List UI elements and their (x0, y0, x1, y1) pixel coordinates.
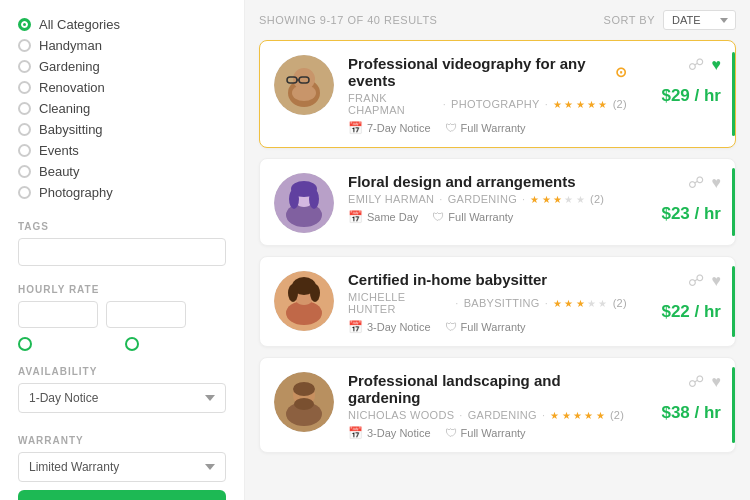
warranty-badge: 🛡 Full Warranty (445, 426, 526, 440)
filter-button[interactable]: Filter (18, 490, 226, 500)
radio-circle (18, 186, 31, 199)
category-tag: GARDENING (468, 409, 537, 421)
category-item-handyman[interactable]: Handyman (18, 35, 226, 56)
category-item-cleaning[interactable]: Cleaning (18, 98, 226, 119)
meta-dot2: · (522, 193, 525, 205)
tags-label: TAGS (18, 221, 226, 232)
listing-card: Certified in-home babysitter MICHELLE HU… (259, 256, 736, 347)
heart-icon[interactable]: ♥ (712, 56, 722, 74)
card-badges: 📅 7-Day Notice 🛡 Full Warranty (348, 121, 627, 135)
message-icon[interactable]: ☍ (688, 173, 704, 192)
meta-dot: · (459, 409, 462, 421)
message-icon[interactable]: ☍ (688, 55, 704, 74)
heart-icon[interactable]: ♥ (712, 373, 722, 391)
results-label: SHOWING 9-17 OF 40 RESULTS (259, 14, 437, 26)
card-badges: 📅 3-Day Notice 🛡 Full Warranty (348, 320, 627, 334)
shield-icon: 🛡 (432, 210, 444, 224)
warranty-badge: 🛡 Full Warranty (432, 210, 513, 224)
notice-badge: 📅 Same Day (348, 210, 418, 224)
price-label: $38 / hr (661, 403, 721, 423)
stars-bar: ★★★★★ (553, 298, 608, 309)
card-title: Professional landscaping and gardening (348, 372, 627, 406)
price-divider (732, 367, 735, 442)
sort-select[interactable]: DATEPRICERATING (663, 10, 736, 30)
category-item-all-categories[interactable]: All Categories (18, 14, 226, 35)
provider-name: MICHELLE HUNTER (348, 291, 450, 315)
category-item-babysitting[interactable]: Babysitting (18, 119, 226, 140)
category-item-gardening[interactable]: Gardening (18, 56, 226, 77)
category-item-renovation[interactable]: Renovation (18, 77, 226, 98)
price-label: $22 / hr (661, 302, 721, 322)
action-icons: ☍ ♥ (688, 55, 722, 74)
action-icons: ☍ ♥ (688, 173, 722, 192)
meta-dot: · (455, 297, 458, 309)
radio-circle (18, 123, 31, 136)
hourly-rate-label: HOURLY RATE (18, 284, 226, 295)
radio-circle (18, 165, 31, 178)
svg-point-12 (309, 189, 319, 209)
category-tag: BABYSITTING (464, 297, 540, 309)
category-item-events[interactable]: Events (18, 140, 226, 161)
category-label: Cleaning (39, 101, 90, 116)
provider-name: FRANK CHAPMAN (348, 92, 438, 116)
warranty-text: Full Warranty (448, 211, 513, 223)
svg-point-11 (289, 189, 299, 209)
meta-dot2: · (545, 98, 548, 110)
tags-input[interactable] (18, 238, 226, 266)
listing-title: Floral design and arrangements (348, 173, 576, 190)
rating-count: (2) (590, 193, 604, 205)
category-label: Beauty (39, 164, 79, 179)
warranty-select[interactable]: Limited WarrantyFull WarrantyNo Warranty (18, 452, 226, 482)
category-tag: PHOTOGRAPHY (451, 98, 540, 110)
rate-max-input[interactable]: 38 (106, 301, 186, 328)
action-icons: ☍ ♥ (688, 271, 722, 290)
listing-title: Professional videography for any events (348, 55, 609, 89)
price-label: $29 / hr (661, 86, 721, 106)
stars-bar: ★★★★★ (553, 99, 608, 110)
top-bar: SHOWING 9-17 OF 40 RESULTS SORT BY DATEP… (259, 10, 736, 30)
sort-label: SORT BY (604, 14, 655, 26)
rating-count: (2) (610, 409, 624, 421)
price-divider (732, 266, 735, 337)
card-actions: ☍ ♥ $23 / hr (641, 173, 721, 224)
warranty-text: Full Warranty (461, 427, 526, 439)
shield-icon: 🛡 (445, 426, 457, 440)
range-thumb-right[interactable] (125, 337, 139, 351)
listing-title: Certified in-home babysitter (348, 271, 547, 288)
radio-circle (18, 81, 31, 94)
category-list: All CategoriesHandymanGardeningRenovatio… (18, 14, 226, 203)
warranty-badge: 🛡 Full Warranty (445, 320, 526, 334)
notice-text: 3-Day Notice (367, 427, 431, 439)
listings-container: Professional videography for any events … (259, 40, 736, 463)
meta-dot: · (439, 193, 442, 205)
meta-dot2: · (545, 297, 548, 309)
message-icon[interactable]: ☍ (688, 271, 704, 290)
card-badges: 📅 3-Day Notice 🛡 Full Warranty (348, 426, 627, 440)
range-thumb-left[interactable] (18, 337, 32, 351)
listing-card: Professional landscaping and gardening N… (259, 357, 736, 453)
availability-select[interactable]: 1-Day NoticeSame Day3-Day Notice7-Day No… (18, 383, 226, 413)
calendar-icon: 📅 (348, 426, 363, 440)
category-item-photography[interactable]: Photography (18, 182, 226, 203)
card-meta: NICHOLAS WOODS · GARDENING · ★★★★★ (2) (348, 409, 627, 421)
sidebar: All CategoriesHandymanGardeningRenovatio… (0, 0, 245, 500)
heart-icon[interactable]: ♥ (712, 272, 722, 290)
notice-text: Same Day (367, 211, 418, 223)
svg-point-18 (310, 284, 320, 302)
category-label: Renovation (39, 80, 105, 95)
heart-icon[interactable]: ♥ (712, 174, 722, 192)
svg-point-22 (293, 382, 315, 396)
category-label: Handyman (39, 38, 102, 53)
category-tag: GARDENING (448, 193, 517, 205)
radio-circle (18, 18, 31, 31)
listing-card: Floral design and arrangements EMILY HAR… (259, 158, 736, 246)
provider-name: EMILY HARMAN (348, 193, 434, 205)
message-icon[interactable]: ☍ (688, 372, 704, 391)
card-meta: EMILY HARMAN · GARDENING · ★★★★★ (2) (348, 193, 627, 205)
rate-min-input[interactable]: 21 (18, 301, 98, 328)
warranty-badge: 🛡 Full Warranty (445, 121, 526, 135)
card-body: Floral design and arrangements EMILY HAR… (348, 173, 627, 224)
svg-point-23 (294, 398, 314, 410)
category-label: Gardening (39, 59, 100, 74)
category-item-beauty[interactable]: Beauty (18, 161, 226, 182)
